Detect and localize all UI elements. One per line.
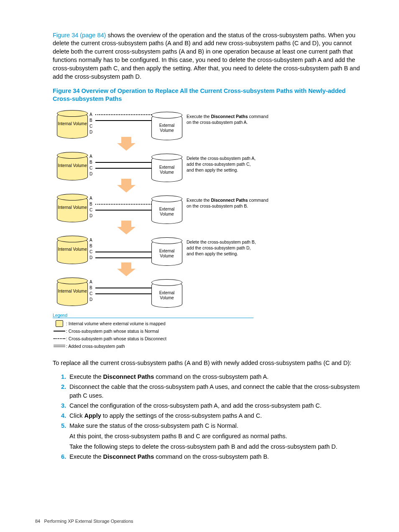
step-note: At this point, the cross-subsystem paths… <box>69 432 362 441</box>
legend-item-internal-volume: : Internal volume where external volume … <box>53 320 362 327</box>
path-label-a: A <box>90 279 95 285</box>
external-volume-cylinder: External Volume <box>151 114 182 140</box>
path-label-a: A <box>90 195 95 201</box>
stage-description: Execute the Disconnect Paths command on … <box>187 113 269 125</box>
stage-1: Internal VolumeExternal VolumeABCDExecut… <box>53 108 362 149</box>
footer-title: Performing XP External Storage Operation… <box>44 519 133 524</box>
external-volume-cylinder: External Volume <box>151 240 182 266</box>
path-label-c: C <box>90 123 95 129</box>
double-line-icon <box>54 345 65 347</box>
legend-item-disconnect-path: : Cross-subsystem path whose status is D… <box>53 335 362 342</box>
path-label-a: A <box>90 112 95 118</box>
legend-title: Legend <box>53 313 253 318</box>
legend-item-normal-path: : Cross-subsystem path whose status is N… <box>53 327 362 335</box>
path-label-d: D <box>90 213 95 219</box>
internal-volume-cylinder: Internal Volume <box>57 238 88 264</box>
after-figure-paragraph: To replace all the current cross-subsyst… <box>53 359 362 368</box>
path-line-solid <box>95 162 152 163</box>
page: Figure 34 (page 84) shows the overview o… <box>0 0 399 532</box>
step-1: Execute the Disconnect Paths command on … <box>68 373 362 381</box>
step-text: Click <box>69 412 84 419</box>
path-label-d: D <box>90 171 95 177</box>
stage-description: Delete the cross-subsystem path A, add t… <box>187 155 256 173</box>
path-label-c: C <box>90 291 95 297</box>
internal-volume-cylinder: Internal Volume <box>57 280 88 306</box>
path-label-b: B <box>90 285 95 291</box>
path-label-a: A <box>90 154 95 159</box>
step-5: Make sure the status of the cross-subsys… <box>68 421 362 451</box>
figure-caption: Figure 34 Overview of Operation to Repla… <box>53 87 362 103</box>
path-line-double <box>95 168 152 169</box>
legend-text: : Added cross-subsystem path <box>66 344 125 349</box>
step-text: Execute the <box>69 373 103 380</box>
path-line-solid <box>95 210 152 211</box>
internal-volume-cylinder: Internal Volume <box>57 113 88 139</box>
path-group: ABCD <box>90 112 152 135</box>
path-label-d: D <box>90 129 95 135</box>
stage-description: Execute the Disconnect Paths command on … <box>187 197 269 209</box>
stage-3: Internal VolumeExternal VolumeABCDExecut… <box>53 191 362 233</box>
intro-text: shows the overview of the operation and … <box>53 32 360 80</box>
path-label-d: D <box>90 255 95 261</box>
figure-link[interactable]: Figure 34 (page 84) <box>53 32 106 39</box>
stage-description: Delete the cross-subsystem path B, add t… <box>187 239 256 257</box>
path-label-d: D <box>90 297 95 303</box>
external-volume-cylinder: External Volume <box>151 156 182 182</box>
step-text: command on the cross-subsystem path B. <box>154 453 269 460</box>
step-6: Execute the Disconnect Paths command on … <box>68 452 362 461</box>
legend-text: : Cross-subsystem path whose status is D… <box>66 336 166 341</box>
step-2: Disconnect the cable that the cross-subs… <box>68 383 362 400</box>
path-line-solid <box>95 120 152 121</box>
path-label-b: B <box>90 201 95 207</box>
step-bold: Apply <box>84 412 101 419</box>
intro-paragraph: Figure 34 (page 84) shows the overview o… <box>53 31 362 81</box>
external-volume-cylinder: External Volume <box>151 198 182 224</box>
path-line-solid <box>95 293 152 294</box>
stage-5: Internal VolumeExternal VolumeABCD <box>53 275 362 308</box>
legend-text: : Cross-subsystem path whose status is N… <box>66 329 159 334</box>
step-text: command on the cross-subsystem path A. <box>154 373 269 380</box>
path-line-double <box>95 257 152 258</box>
step-4: Click Apply to apply the settings of the… <box>68 411 362 420</box>
stage-4: Internal VolumeExternal VolumeABCDDelete… <box>53 233 362 275</box>
stage-2: Internal VolumeExternal VolumeABCDDelete… <box>53 149 362 191</box>
path-label-c: C <box>90 165 95 171</box>
internal-volume-cylinder: Internal Volume <box>57 154 88 180</box>
step-bold: Disconnect Paths <box>103 373 154 380</box>
path-group: ABCD <box>90 279 152 303</box>
path-label-a: A <box>90 237 95 243</box>
legend-item-added-path: : Added cross-subsystem path <box>53 342 362 350</box>
figure-34: Internal VolumeExternal VolumeABCDExecut… <box>53 108 362 308</box>
legend-text: : Internal volume where external volume … <box>66 321 166 326</box>
path-label-c: C <box>90 249 95 255</box>
internal-volume-cylinder: Internal Volume <box>57 196 88 222</box>
path-group: ABCD <box>90 154 152 177</box>
path-line-solid <box>95 288 152 288</box>
step-text: to apply the settings of the cross-subsy… <box>101 412 262 419</box>
legend: Legend : Internal volume where external … <box>53 313 362 350</box>
step-3: Cancel the configuration of the cross-su… <box>68 401 362 410</box>
step-bold: Disconnect Paths <box>103 453 154 460</box>
path-label-b: B <box>90 118 95 123</box>
path-group: ABCD <box>90 195 152 219</box>
path-group: ABCD <box>90 237 152 261</box>
steps-list: Execute the Disconnect Paths command on … <box>53 373 362 461</box>
cylinder-icon <box>56 320 63 327</box>
path-label-b: B <box>90 159 95 165</box>
step-text: Execute the <box>69 453 103 460</box>
step-text: Make sure the status of the cross-subsys… <box>69 422 238 429</box>
step-note: Take the following steps to delete the c… <box>69 442 362 451</box>
path-label-c: C <box>90 207 95 213</box>
path-line-dotted <box>95 114 152 115</box>
path-line-dotted <box>95 204 152 205</box>
dotted-line-icon <box>54 338 65 339</box>
external-volume-cylinder: External Volume <box>151 282 182 308</box>
solid-line-icon <box>54 331 65 332</box>
page-number: 84 <box>35 519 40 524</box>
path-label-b: B <box>90 243 95 249</box>
path-line-solid <box>95 252 152 252</box>
page-footer: 84 Performing XP External Storage Operat… <box>35 519 133 524</box>
